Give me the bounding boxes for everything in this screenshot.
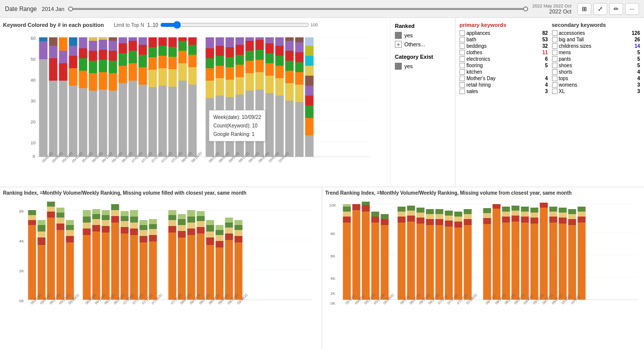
- svg-rect-234: [102, 210, 110, 215]
- svg-rect-383: [493, 209, 501, 300]
- svg-rect-288: [216, 225, 224, 230]
- svg-rect-370: [445, 211, 453, 216]
- svg-rect-416: [578, 217, 586, 223]
- sk-cb-shoes[interactable]: [552, 63, 557, 68]
- sk-cb-tops[interactable]: [552, 76, 557, 81]
- pk-cb-retail-hiring[interactable]: [460, 82, 465, 88]
- sk-cb-xl[interactable]: [552, 89, 557, 94]
- svg-rect-367: [445, 227, 453, 300]
- pk-cb-electronics[interactable]: [460, 56, 465, 62]
- pk-cb-clothes[interactable]: [460, 50, 465, 55]
- svg-rect-156: [305, 118, 314, 135]
- svg-rect-263: [169, 210, 177, 215]
- svg-rect-150: [295, 72, 304, 85]
- svg-rect-27: [69, 56, 78, 68]
- svg-rect-85: [179, 51, 187, 63]
- svg-rect-333: [343, 212, 351, 217]
- svg-rect-392: [512, 206, 520, 211]
- svg-rect-251: [140, 230, 148, 236]
- svg-rect-206: [47, 218, 55, 300]
- svg-rect-113: [236, 65, 244, 77]
- svg-rect-268: [178, 214, 186, 219]
- top-bar: Date Range 2014 Jan 2022 May 2022 Oct 20…: [0, 0, 644, 18]
- svg-rect-229: [92, 209, 100, 214]
- svg-rect-222: [83, 223, 91, 229]
- pk-cb-kitchen[interactable]: [460, 69, 465, 75]
- pk-cb-mothers-day[interactable]: [460, 76, 465, 81]
- sk-cb-womens[interactable]: [552, 82, 557, 88]
- sk-cb-childrens[interactable]: [552, 43, 557, 49]
- pk-cb-appliances[interactable]: [460, 30, 465, 36]
- svg-rect-164: [305, 37, 314, 46]
- svg-rect-91: [188, 45, 197, 55]
- svg-rect-286: [216, 235, 224, 241]
- svg-rect-220: [83, 235, 91, 300]
- sk-cb-pants[interactable]: [552, 56, 557, 62]
- svg-rect-120: [246, 51, 254, 61]
- primary-keywords-header[interactable]: primary keywords: [460, 22, 548, 28]
- svg-rect-74: [159, 68, 167, 86]
- svg-rect-25: [69, 86, 78, 157]
- svg-rect-362: [426, 209, 434, 214]
- svg-rect-124: [256, 72, 264, 90]
- pk-cb-bath[interactable]: [460, 37, 465, 42]
- svg-rect-72: [149, 37, 157, 47]
- svg-rect-66: [139, 45, 147, 55]
- svg-rect-373: [455, 217, 462, 222]
- svg-rect-267: [178, 219, 186, 225]
- svg-rect-198: [28, 220, 36, 225]
- svg-rect-411: [568, 225, 576, 300]
- svg-rect-98: [206, 37, 214, 48]
- ranked-yes-item: yes: [395, 32, 451, 39]
- svg-rect-352: [407, 216, 415, 222]
- ranked-others-icon[interactable]: +: [395, 41, 402, 48]
- svg-rect-77: [159, 37, 167, 46]
- sk-cb-shorts[interactable]: [552, 69, 557, 75]
- secondary-keywords-column: secondary keywords accessories 126 big a…: [552, 22, 641, 183]
- svg-rect-88: [188, 85, 197, 157]
- svg-rect-237: [111, 210, 119, 216]
- sk-childrens: childrens sizes 14: [552, 43, 641, 49]
- ranked-others-item[interactable]: + Others...: [395, 41, 451, 48]
- svg-rect-250: [140, 236, 148, 242]
- svg-rect-363: [436, 225, 444, 300]
- edit-button[interactable]: ✏: [609, 3, 623, 15]
- svg-rect-293: [225, 218, 233, 223]
- svg-rect-54: [119, 66, 127, 83]
- ranked-yes-label: yes: [404, 32, 413, 38]
- svg-rect-245: [130, 229, 138, 235]
- svg-rect-287: [216, 230, 224, 235]
- sk-cb-accessories[interactable]: [552, 30, 557, 36]
- more-button[interactable]: ···: [625, 3, 639, 15]
- svg-rect-104: [216, 37, 224, 46]
- pk-cb-beddings[interactable]: [460, 43, 465, 49]
- pk-cb-sales[interactable]: [460, 89, 465, 94]
- svg-rect-374: [455, 212, 462, 217]
- svg-rect-378: [464, 209, 472, 214]
- svg-rect-134: [266, 37, 274, 43]
- date-slider[interactable]: [68, 5, 528, 13]
- table-view-button[interactable]: ⊞: [577, 3, 591, 15]
- sk-cb-big-tall[interactable]: [552, 37, 557, 42]
- date-end-label: 2022 Oct: [532, 8, 571, 14]
- svg-rect-67: [139, 37, 147, 45]
- svg-rect-48: [109, 73, 117, 91]
- svg-rect-402: [540, 203, 548, 208]
- svg-rect-201: [38, 245, 46, 300]
- svg-rect-399: [531, 213, 539, 218]
- pk-cb-flooring[interactable]: [460, 63, 465, 68]
- svg-rect-345: [381, 219, 389, 225]
- svg-rect-19: [49, 46, 58, 58]
- svg-rect-266: [178, 225, 186, 231]
- svg-rect-76: [159, 46, 167, 56]
- svg-rect-82: [169, 37, 177, 47]
- expand-button[interactable]: ⤢: [593, 3, 607, 15]
- top-n-slider[interactable]: [160, 21, 309, 29]
- sk-cb-mens[interactable]: [552, 50, 557, 55]
- svg-rect-285: [216, 241, 224, 247]
- svg-rect-200: [28, 210, 36, 215]
- main-chart: Keyword Colored by # in each position Li…: [0, 18, 390, 187]
- bottom-charts-row: Ranking Index, =Monthly Volume/Weekly Ra…: [0, 187, 644, 349]
- svg-rect-265: [178, 231, 186, 237]
- svg-rect-40: [89, 37, 97, 41]
